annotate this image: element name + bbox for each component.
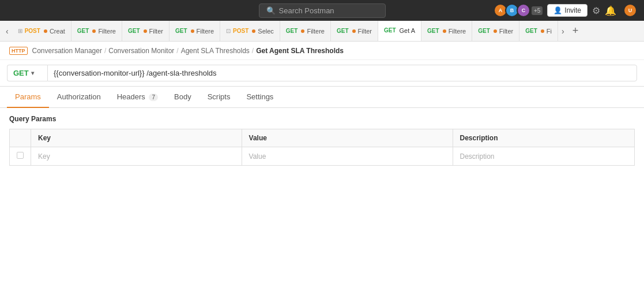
tab-1[interactable]: ⊞ POST Creat bbox=[12, 21, 71, 42]
tab-4-method: GET bbox=[175, 28, 187, 34]
query-params-table: Key Value Description Key Value Descript… bbox=[9, 129, 635, 166]
tab-11-method: GET bbox=[525, 28, 537, 34]
invite-icon: 👤 bbox=[553, 6, 562, 14]
row-value-cell[interactable]: Value bbox=[242, 147, 453, 166]
breadcrumb-conversation-monitor[interactable]: Conversation Monitor bbox=[108, 47, 174, 55]
tab-6[interactable]: GET Filtere bbox=[280, 21, 331, 42]
tab-2-dot bbox=[92, 29, 96, 33]
tab-scripts-label: Scripts bbox=[208, 92, 231, 101]
tab-headers-label: Headers bbox=[117, 92, 145, 101]
tab-2-method: GET bbox=[77, 28, 89, 34]
tab-body[interactable]: Body bbox=[166, 87, 199, 108]
tab-headers[interactable]: Headers 7 bbox=[109, 87, 166, 108]
tab-1-label: Creat bbox=[50, 28, 65, 35]
tab-9-label: Filtere bbox=[449, 28, 466, 35]
breadcrumb-sep-2: / bbox=[176, 47, 178, 55]
tab-4-dot bbox=[191, 29, 194, 33]
plus-count-badge: +5 bbox=[532, 6, 543, 15]
http-badge: HTTP bbox=[9, 47, 28, 55]
tab-3-method: GET bbox=[128, 28, 140, 34]
tab-1-type-icon: ⊞ bbox=[18, 28, 22, 34]
invite-label: Invite bbox=[564, 6, 581, 14]
user-avatar[interactable]: U bbox=[623, 3, 637, 17]
tab-add-button[interactable]: + bbox=[568, 21, 583, 42]
tab-8-method: GET bbox=[384, 27, 396, 33]
row-description-placeholder: Description bbox=[460, 152, 495, 161]
tab-9[interactable]: GET Filtere bbox=[421, 21, 472, 42]
row-key-cell[interactable]: Key bbox=[31, 147, 242, 166]
tab-3-dot bbox=[144, 29, 147, 33]
method-chevron-icon: ▾ bbox=[31, 70, 34, 76]
tab-authorization-label: Authorization bbox=[57, 92, 101, 101]
col-header-check bbox=[10, 129, 31, 147]
tab-11-label: Fi bbox=[547, 28, 552, 35]
tab-10-method: GET bbox=[478, 28, 490, 34]
method-selector[interactable]: GET ▾ bbox=[7, 65, 47, 81]
breadcrumb-current: Get Agent SLA Thresholds bbox=[256, 47, 344, 55]
tab-settings[interactable]: Settings bbox=[238, 87, 281, 108]
row-description-cell[interactable]: Description bbox=[453, 147, 634, 166]
tab-10[interactable]: GET Filter bbox=[472, 21, 519, 42]
invite-button[interactable]: 👤 Invite bbox=[547, 4, 587, 17]
tab-3-label: Filter bbox=[149, 28, 163, 35]
search-box[interactable]: 🔍 Search Postman bbox=[259, 3, 386, 18]
search-icon: 🔍 bbox=[266, 6, 276, 15]
tab-8-active[interactable]: GET Get A bbox=[378, 21, 421, 42]
tab-nav-next[interactable]: › bbox=[558, 21, 568, 42]
tab-body-label: Body bbox=[174, 92, 191, 101]
tab-7-method: GET bbox=[337, 28, 349, 34]
tab-6-dot bbox=[301, 29, 304, 33]
tab-5[interactable]: ⊡ POST Selec bbox=[220, 21, 280, 42]
tab-1-dot bbox=[44, 29, 47, 33]
settings-button[interactable]: ⚙ bbox=[592, 5, 600, 16]
tab-9-method: GET bbox=[427, 28, 439, 34]
tab-params-label: Params bbox=[15, 92, 41, 101]
tab-2-label: Filtere bbox=[98, 28, 116, 35]
tab-6-method: GET bbox=[286, 28, 298, 34]
tab-authorization[interactable]: Authorization bbox=[49, 87, 109, 108]
tab-11-dot bbox=[541, 29, 544, 33]
tab-10-label: Filter bbox=[499, 28, 513, 35]
request-tabs: Params Authorization Headers 7 Body Scri… bbox=[0, 87, 644, 108]
tab-5-type-icon: ⊡ bbox=[226, 28, 231, 34]
table-row: Key Value Description bbox=[10, 147, 635, 166]
tab-7[interactable]: GET Filter bbox=[331, 21, 378, 42]
tab-4-label: Filtere bbox=[197, 28, 214, 35]
notifications-button[interactable]: 🔔 bbox=[605, 5, 616, 16]
breadcrumb-sep-3: / bbox=[252, 47, 254, 55]
col-header-key: Key bbox=[31, 129, 242, 147]
tab-5-dot bbox=[252, 29, 255, 33]
tab-params[interactable]: Params bbox=[7, 87, 49, 108]
url-bar: GET ▾ bbox=[0, 60, 644, 87]
method-label: GET bbox=[13, 69, 29, 77]
top-bar: 🔍 Search Postman A B C +5 👤 Invite ⚙ 🔔 U bbox=[0, 0, 644, 21]
tab-2[interactable]: GET Filtere bbox=[71, 21, 122, 42]
url-input[interactable] bbox=[47, 65, 637, 81]
tab-scripts[interactable]: Scripts bbox=[199, 87, 239, 108]
tab-10-dot bbox=[494, 29, 497, 33]
tab-7-dot bbox=[352, 29, 356, 33]
breadcrumb-sep-1: / bbox=[104, 47, 106, 55]
tab-1-method: POST bbox=[25, 28, 40, 34]
tab-nav-prev[interactable]: ‹ bbox=[2, 21, 12, 42]
tab-9-dot bbox=[443, 29, 446, 33]
tab-8-label: Get A bbox=[400, 27, 416, 34]
breadcrumb-conversation-manager[interactable]: Conversation Manager bbox=[32, 47, 102, 55]
row-value-placeholder: Value bbox=[249, 152, 266, 161]
breadcrumb: HTTP Conversation Manager / Conversation… bbox=[0, 42, 644, 60]
params-section: Query Params Key Value Description Key V… bbox=[0, 108, 644, 173]
top-right-controls: A B C +5 👤 Invite ⚙ 🔔 U bbox=[494, 0, 637, 21]
tab-settings-label: Settings bbox=[246, 92, 273, 101]
tab-11[interactable]: GET Fi bbox=[519, 21, 558, 42]
search-placeholder: Search Postman bbox=[279, 6, 334, 15]
avatar-group: A B C +5 bbox=[494, 3, 543, 17]
col-header-description: Description bbox=[453, 129, 634, 147]
query-params-title: Query Params bbox=[9, 115, 635, 123]
tab-bar: ‹ ⊞ POST Creat GET Filtere GET Filter GE… bbox=[0, 21, 644, 42]
col-header-value: Value bbox=[242, 129, 453, 147]
checkbox-icon bbox=[17, 152, 24, 159]
row-checkbox[interactable] bbox=[10, 147, 31, 166]
breadcrumb-agent-sla-thresholds[interactable]: Agent SLA Thresholds bbox=[181, 47, 250, 55]
tab-4[interactable]: GET Filtere bbox=[170, 21, 220, 42]
tab-3[interactable]: GET Filter bbox=[122, 21, 170, 42]
